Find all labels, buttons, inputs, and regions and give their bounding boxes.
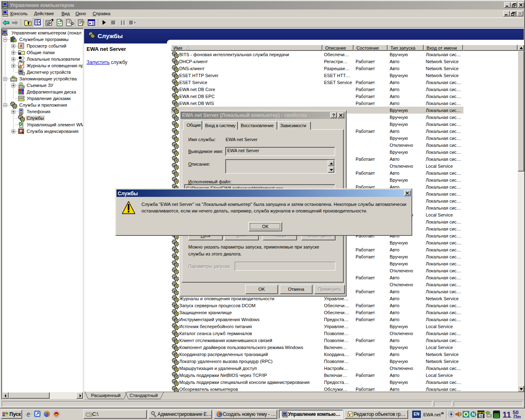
svg-text:29: 29 xyxy=(479,414,482,418)
svg-text:N: N xyxy=(472,412,475,417)
svg-text:e: e xyxy=(27,411,30,418)
